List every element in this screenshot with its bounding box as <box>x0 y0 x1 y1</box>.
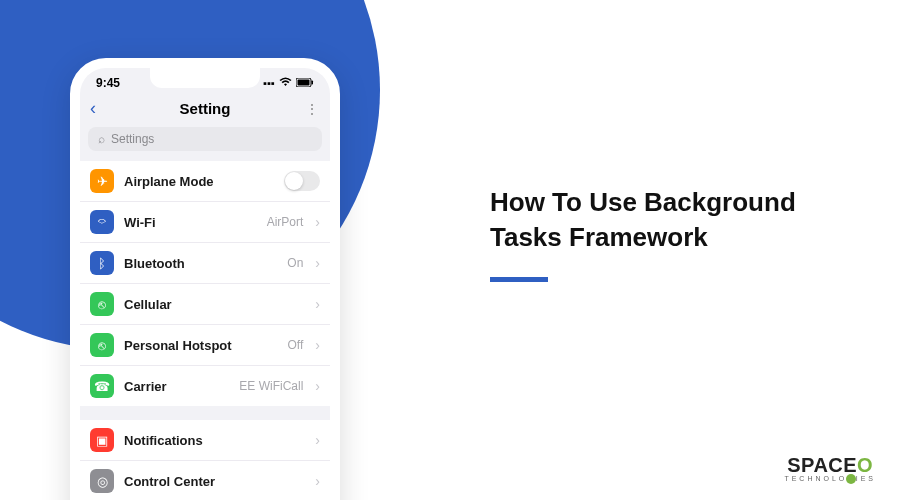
chevron-right-icon: › <box>315 337 320 353</box>
row-label: Bluetooth <box>124 256 277 271</box>
carrier-icon: ☎ <box>90 374 114 398</box>
bluetooth-icon: ᛒ <box>90 251 114 275</box>
personal-hotspot-icon: ⎋ <box>90 333 114 357</box>
chevron-right-icon: › <box>315 378 320 394</box>
row-value: Off <box>288 338 304 352</box>
settings-row-personal-hotspot[interactable]: ⎋Personal HotspotOff› <box>80 325 330 366</box>
svg-rect-2 <box>312 81 314 85</box>
settings-group-2: ▣Notifications›◎Control Center›☾Do Not D… <box>80 420 330 500</box>
chevron-right-icon: › <box>315 432 320 448</box>
chevron-right-icon: › <box>315 296 320 312</box>
signal-icon: ▪▪▪ <box>263 77 275 89</box>
brand-logo: SPACEO TECHNOLOGIES <box>784 454 876 482</box>
row-value: EE WiFiCall <box>239 379 303 393</box>
back-button[interactable]: ‹ <box>90 98 96 119</box>
brand-dot-icon <box>846 474 856 484</box>
svg-rect-1 <box>298 80 310 86</box>
settings-row-carrier[interactable]: ☎CarrierEE WiFiCall› <box>80 366 330 406</box>
more-button[interactable]: ⋮ <box>305 101 320 117</box>
status-time: 9:45 <box>96 76 120 90</box>
headline-line1: How To Use Background <box>490 187 796 217</box>
settings-row-control-center[interactable]: ◎Control Center› <box>80 461 330 500</box>
row-value: On <box>287 256 303 270</box>
settings-row-notifications[interactable]: ▣Notifications› <box>80 420 330 461</box>
search-icon: ⌕ <box>98 132 105 146</box>
settings-row-airplane-mode[interactable]: ✈Airplane Mode <box>80 161 330 202</box>
phone-screen: 9:45 ▪▪▪ ‹ Setting ⋮ ⌕ Settings ✈Airplan… <box>80 68 330 500</box>
brand-name-pre: SPACE <box>787 454 857 476</box>
row-label: Personal Hotspot <box>124 338 278 353</box>
search-input[interactable]: ⌕ Settings <box>88 127 322 151</box>
row-label: Cellular <box>124 297 303 312</box>
brand-name-o: O <box>857 454 873 476</box>
row-label: Airplane Mode <box>124 174 274 189</box>
airplane-mode-icon: ✈ <box>90 169 114 193</box>
headline: How To Use Background Tasks Framework <box>490 185 796 282</box>
brand-name: SPACEO <box>784 454 876 477</box>
row-label: Carrier <box>124 379 229 394</box>
phone-mockup: 9:45 ▪▪▪ ‹ Setting ⋮ ⌕ Settings ✈Airplan… <box>70 58 340 500</box>
headline-underline <box>490 277 548 282</box>
settings-row-bluetooth[interactable]: ᛒBluetoothOn› <box>80 243 330 284</box>
search-placeholder: Settings <box>111 132 154 146</box>
chevron-right-icon: › <box>315 473 320 489</box>
toggle-switch[interactable] <box>284 171 320 191</box>
row-label: Control Center <box>124 474 303 489</box>
settings-group-1: ✈Airplane Mode⌔Wi-FiAirPort›ᛒBluetoothOn… <box>80 161 330 406</box>
settings-row-wi-fi[interactable]: ⌔Wi-FiAirPort› <box>80 202 330 243</box>
phone-notch <box>150 68 260 88</box>
nav-bar: ‹ Setting ⋮ <box>80 94 330 127</box>
cellular-icon: ⎋ <box>90 292 114 316</box>
notifications-icon: ▣ <box>90 428 114 452</box>
chevron-right-icon: › <box>315 214 320 230</box>
page-title: Setting <box>80 100 330 117</box>
row-label: Notifications <box>124 433 303 448</box>
row-value: AirPort <box>267 215 304 229</box>
settings-row-cellular[interactable]: ⎋Cellular› <box>80 284 330 325</box>
wifi-icon <box>279 77 292 89</box>
wi-fi-icon: ⌔ <box>90 210 114 234</box>
brand-sub: TECHNOLOGIES <box>784 475 876 482</box>
control-center-icon: ◎ <box>90 469 114 493</box>
row-label: Wi-Fi <box>124 215 257 230</box>
headline-line2: Tasks Framework <box>490 222 708 252</box>
battery-icon <box>296 77 314 89</box>
status-indicators: ▪▪▪ <box>263 77 314 89</box>
chevron-right-icon: › <box>315 255 320 271</box>
